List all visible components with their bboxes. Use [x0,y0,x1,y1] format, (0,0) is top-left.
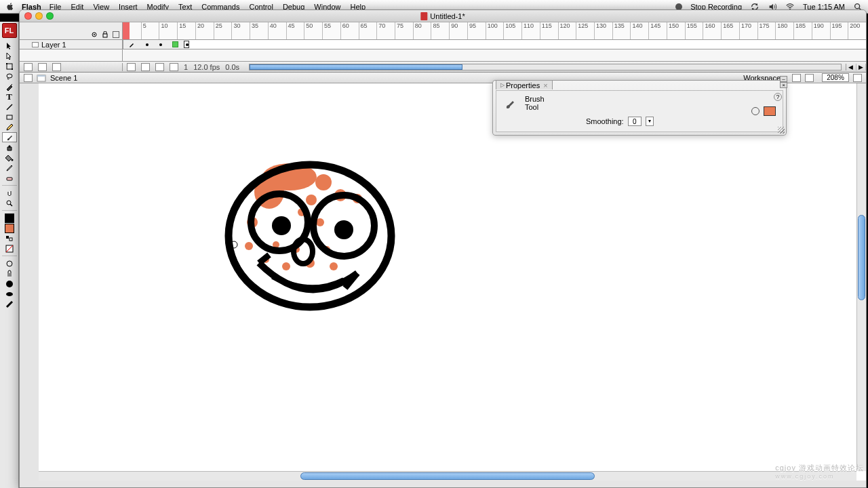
layer-name-cell[interactable]: Layer 1 [20,40,123,49]
zoom-menu-button[interactable] [853,74,862,82]
brush-mode[interactable] [2,258,17,268]
properties-tab[interactable]: ▷Properties× [496,80,553,89]
zoom-tool[interactable] [2,198,17,208]
eraser-tool[interactable] [2,173,17,183]
zoom-field[interactable]: 208% [822,73,849,82]
smoothing-dropdown[interactable]: ▾ [646,117,654,126]
edit-scene-button[interactable] [792,74,801,82]
properties-panel[interactable]: – × ▷Properties× Brush Tool Smoothing: ▾… [492,80,787,136]
layer-outline-box[interactable] [172,41,178,47]
onion-skin-button[interactable] [127,63,136,71]
pencil-tool[interactable] [2,122,17,132]
stage[interactable] [39,83,866,481]
new-folder-button[interactable] [38,63,47,71]
fill-color[interactable] [2,223,17,233]
layer-visible-dot[interactable] [146,43,149,46]
toolbox: FL T [0,22,19,488]
current-tool-icon [503,95,515,113]
brush-size[interactable] [2,279,17,289]
visibility-icon[interactable] [91,31,98,38]
svg-rect-14 [9,238,12,241]
hand-tool[interactable] [2,188,17,198]
delete-layer-button[interactable] [52,63,61,71]
brush-shape[interactable] [2,289,17,299]
svg-line-12 [10,204,12,206]
traffic-lights [24,12,54,20]
svg-rect-25 [37,75,45,77]
selection-tool[interactable] [2,41,17,51]
brush-option[interactable] [2,299,17,309]
scroll-left-button[interactable]: ◀ [846,64,856,70]
back-button[interactable] [24,74,33,82]
window-titlebar[interactable]: Untitled-1* [20,10,866,22]
layer-row[interactable]: Layer 1 [20,40,866,49]
layer-header-icons [20,22,123,39]
keyframe[interactable] [184,41,189,48]
new-layer-button[interactable] [24,63,33,71]
svg-rect-10 [7,178,12,180]
svg-rect-18 [7,273,12,277]
layer-pencil-icon[interactable] [129,41,136,48]
ruler-tick: 115 [540,22,552,39]
swap-colors[interactable] [2,233,17,243]
lock-icon[interactable] [102,31,108,38]
close-button[interactable] [24,12,32,20]
ruler-tick: 30 [231,22,240,39]
timeline-scroll-thumb[interactable] [250,64,462,70]
onion-markers-button[interactable] [170,63,178,71]
line-tool[interactable] [2,102,17,112]
fill-color-swatch[interactable] [764,106,776,116]
panel-close-button[interactable]: × [780,82,787,88]
zoom-button[interactable] [46,12,54,20]
tool-name-label: Brush Tool [525,95,545,127]
brush-tool[interactable] [2,132,17,142]
panel-help-button[interactable]: ? [774,93,782,101]
ruler-tick: 170 [739,22,751,39]
layer-frames[interactable] [184,40,866,49]
edit-multiple-button[interactable] [155,63,164,71]
timeline-scrollbar[interactable] [249,64,842,70]
timeline-controls: 1 12.0 fps 0.0s ◀ ▶ [20,62,866,73]
eyedropper-tool[interactable] [2,163,17,173]
ruler-tick: 190 [812,22,824,39]
layer-lock-dot[interactable] [159,43,162,46]
svg-point-22 [94,34,95,35]
watermark: cgjoy 游戏动画特效论坛 www.cgjoy.com [775,462,864,480]
scene-name[interactable]: Scene 1 [50,74,77,82]
lock-fill[interactable] [2,268,17,279]
ruler-tick: 100 [486,22,498,39]
lasso-tool[interactable] [2,71,17,81]
ruler-tick: 165 [721,22,733,39]
svg-line-7 [7,104,12,110]
scroll-right-button[interactable]: ▶ [856,64,867,70]
horizontal-scrollbar[interactable] [39,471,856,481]
panel-resize-handle[interactable] [778,127,785,134]
stroke-style-icon[interactable] [751,107,760,115]
outline-icon[interactable] [113,31,119,38]
ink-bottle-tool[interactable] [2,142,17,152]
layer-buttons [20,63,123,71]
free-transform-tool[interactable] [2,61,17,71]
svg-rect-8 [7,115,12,119]
stroke-color[interactable] [2,213,17,223]
subselection-tool[interactable] [2,51,17,61]
smoothing-input[interactable] [628,117,642,126]
paint-bucket-tool[interactable] [2,152,17,163]
rectangle-tool[interactable] [2,112,17,122]
horizontal-scroll-thumb[interactable] [300,472,595,480]
edit-symbol-button[interactable] [805,74,814,82]
panel-collapse-button[interactable]: – [780,76,787,82]
no-color[interactable] [2,243,17,253]
frame-ruler[interactable]: 5101520253035404550556065707580859095100… [123,22,866,39]
tool-separator [2,210,17,211]
onion-outline-button[interactable] [141,63,150,71]
text-tool[interactable]: T [2,92,17,102]
ruler-tick: 120 [558,22,570,39]
minimize-button[interactable] [35,12,43,20]
ruler-tick: 85 [431,22,439,39]
vertical-scroll-thumb[interactable] [858,215,865,300]
svg-point-36 [245,242,253,250]
pen-tool[interactable] [2,81,17,92]
ruler-tick: 150 [667,22,679,39]
vertical-scrollbar[interactable] [856,83,866,471]
